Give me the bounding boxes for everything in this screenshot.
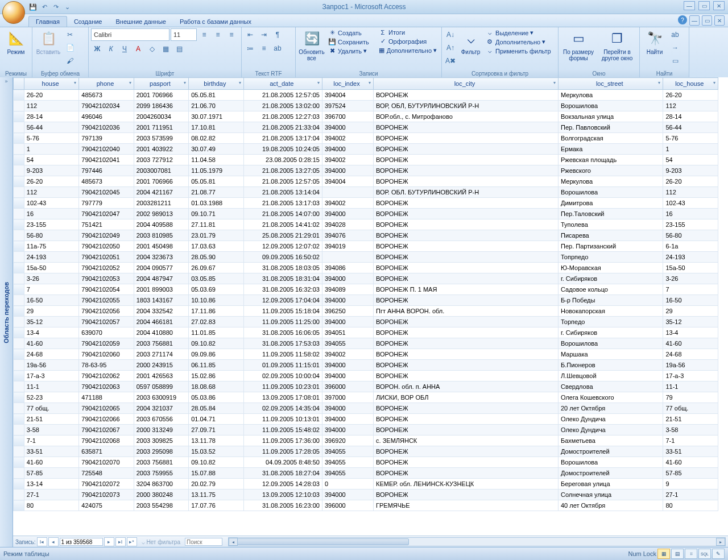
cell[interactable]: ВОРОНЕЖ	[374, 468, 559, 479]
row-selector[interactable]	[14, 273, 24, 284]
table-row[interactable]: 56-44790421020362001 71195117.10.8121.08…	[14, 122, 718, 133]
cell[interactable]: 24-193	[663, 252, 718, 263]
row-selector[interactable]	[14, 349, 24, 360]
cell[interactable]: Меркулова	[558, 90, 663, 101]
cell[interactable]: 394089	[322, 284, 373, 295]
cell[interactable]: 79042102062	[79, 371, 134, 381]
table-row[interactable]: 15а-50790421020522004 09057726.09.6731.0…	[14, 263, 718, 273]
tab-home[interactable]: Главная	[28, 16, 67, 27]
cell[interactable]: Волгоградская	[558, 133, 663, 144]
cell[interactable]: Топрпедо	[558, 252, 663, 263]
cell[interactable]: 3-58	[24, 425, 78, 435]
cell[interactable]: 16-50	[663, 295, 718, 306]
cell[interactable]: 21.08.2005 13:14:04	[243, 187, 322, 198]
cell[interactable]: 2003007081	[134, 165, 188, 176]
row-selector[interactable]	[14, 111, 24, 122]
cell[interactable]: 19а-56	[663, 360, 718, 371]
cell[interactable]: 102-43	[24, 198, 78, 209]
table-row[interactable]: 1790421020402001 40392230.07.4919.08.200…	[14, 144, 718, 155]
cell[interactable]: КЕМЕР. обл. ЛЕНИНСК-КУЗНЕЦК	[374, 479, 559, 490]
cell[interactable]: ВОРОНЕЖ	[374, 122, 559, 133]
column-header-loc_street[interactable]: loc_street▾	[558, 78, 663, 90]
row-selector[interactable]	[14, 295, 24, 306]
office-button[interactable]	[2, 1, 25, 24]
first-record-button[interactable]: I◂	[37, 537, 47, 546]
row-selector[interactable]	[14, 392, 24, 403]
cell[interactable]: 21.08.2005 14:07:00	[243, 209, 322, 219]
cell[interactable]: 7-1	[24, 435, 78, 446]
row-selector[interactable]	[14, 101, 24, 111]
cell[interactable]: 15.02.86	[189, 371, 243, 381]
cell[interactable]: 79042102051	[79, 252, 134, 263]
cell[interactable]: 394000	[322, 425, 373, 435]
cell[interactable]: 31.08.2005 16:23:00	[243, 500, 322, 511]
cell[interactable]: Ворошилова	[558, 457, 663, 468]
cell[interactable]: 19а-56	[24, 360, 78, 371]
cell[interactable]: 20.02.79	[189, 479, 243, 490]
maximize-button[interactable]: ▭	[698, 1, 710, 10]
scroll-thumb[interactable]	[237, 538, 409, 545]
cell[interactable]: 394055	[322, 457, 373, 468]
cell[interactable]: 21.08.2005 13:02:00	[243, 101, 322, 111]
cell[interactable]: 13.09.2005 17:08:01	[243, 392, 322, 403]
cell[interactable]: 21.08.2005 12:57:05	[243, 90, 322, 101]
cell[interactable]: ВОРОНЕЖ	[374, 360, 559, 371]
italic-icon[interactable]: К	[105, 43, 117, 55]
cell[interactable]: 01.04.71	[189, 414, 243, 425]
ribbon-close-button[interactable]: ✕	[714, 15, 725, 26]
view-button[interactable]: 📐Режим	[2, 28, 30, 56]
cell[interactable]: 21.08.77	[189, 187, 243, 198]
cell[interactable]: 396000	[322, 381, 373, 392]
table-row[interactable]: 23-1557514212004 40958827.11.8121.08.200…	[14, 219, 718, 230]
totals-button[interactable]: ΣИтоги	[378, 28, 438, 36]
cell[interactable]: 01.09.2005 11:15:01	[243, 360, 322, 371]
cell[interactable]: Л.Шевцовой	[558, 371, 663, 381]
cell[interactable]: 17.03.63	[189, 241, 243, 252]
cell[interactable]: 79042102056	[79, 306, 134, 317]
design-view-icon[interactable]: ✎	[712, 549, 725, 559]
qat-customize-icon[interactable]: ⌄	[63, 2, 72, 11]
ltr-icon[interactable]: ¶	[271, 28, 284, 41]
cell[interactable]: 31.08.2005 17:53:03	[243, 338, 322, 349]
cell[interactable]: 2003 670556	[134, 414, 188, 425]
cell[interactable]: ВОРОНЕЖ	[374, 198, 559, 209]
cell[interactable]: 05.03.86	[189, 392, 243, 403]
cell[interactable]: 33-51	[24, 446, 78, 457]
cell[interactable]: 17.07.76	[189, 500, 243, 511]
cell[interactable]: 394000	[322, 317, 373, 327]
next-record-button[interactable]: ▸	[104, 537, 114, 546]
cell[interactable]: 23.08.2005 0:28:15	[243, 155, 322, 165]
row-selector[interactable]	[14, 230, 24, 241]
cell[interactable]: 31.08.2005 16:06:05	[243, 327, 322, 338]
cell[interactable]: 16-50	[24, 295, 78, 306]
table-row[interactable]: 5-767971392003 57359908.02.8221.08.2005 …	[14, 133, 718, 144]
table-row[interactable]: 41-60790421020702003 75688109.10.8204.09…	[14, 457, 718, 468]
cell[interactable]: ВОР, ОБЛ, БУТУРЛИНОВСКИЙ Р-Н	[374, 101, 559, 111]
font-color-icon[interactable]: A	[132, 43, 144, 55]
cell[interactable]: ВОРОН. обл. п. АННА	[374, 381, 559, 392]
cell[interactable]: 28.05.84	[189, 403, 243, 414]
decrease-indent-icon[interactable]: ⇤	[244, 28, 257, 41]
cell[interactable]: ВОРОНЕЖ	[374, 230, 559, 241]
cell[interactable]: 20 лет Октября	[558, 403, 663, 414]
cell[interactable]: 79042102036	[79, 122, 134, 133]
cell[interactable]: 797139	[79, 133, 134, 144]
cell[interactable]: Маршака	[558, 349, 663, 360]
table-row[interactable]: 21-51790421020662003 67055601.04.7111.09…	[14, 414, 718, 425]
scroll-right-icon[interactable]: ▸	[716, 538, 725, 546]
row-selector[interactable]	[14, 360, 24, 371]
cell[interactable]: 394000	[322, 360, 373, 371]
cell[interactable]: 23.01.79	[189, 230, 243, 241]
cell[interactable]: 112	[663, 101, 718, 111]
cell[interactable]: 396250	[322, 306, 373, 317]
increase-indent-icon[interactable]: ⇥	[258, 28, 270, 41]
cell[interactable]: ВОРОНЕЖ	[374, 90, 559, 101]
cell[interactable]: 27.02.83	[189, 317, 243, 327]
cell[interactable]: 80	[24, 500, 78, 511]
cell[interactable]: 33-51	[663, 446, 718, 457]
table-row[interactable]: 13-14790421020723204 86370020.02.7912.09…	[14, 479, 718, 490]
prev-record-button[interactable]: ◂	[48, 537, 59, 546]
cell[interactable]: Б-р Победы	[558, 295, 663, 306]
cell[interactable]: 12.09.2005 14:28:03	[243, 479, 322, 490]
cell[interactable]: ЛИСКИ, ВОР ОБЛ	[374, 392, 559, 403]
